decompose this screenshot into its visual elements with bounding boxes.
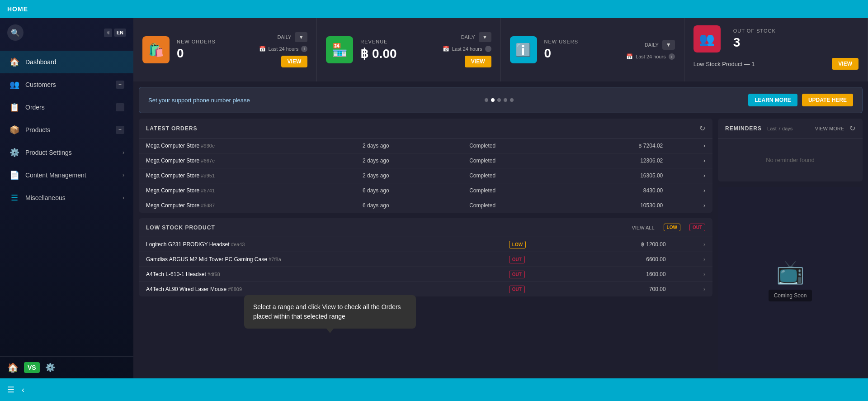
view-more-button[interactable]: VIEW MORE	[815, 126, 844, 131]
refresh-orders-button[interactable]: ↻	[699, 124, 705, 133]
date-range: 📅 Last 24 hours i	[259, 46, 308, 52]
lang-en-button[interactable]: EN	[114, 29, 126, 37]
sidebar-item-miscellaneous[interactable]: ☰ Miscellaneous ›	[0, 186, 133, 209]
stock-name: A4Tech AL90 Wired Laser Mouse #8809	[139, 282, 502, 297]
view-revenue-button[interactable]: VIEW	[465, 56, 491, 67]
sidebar-item-label: Orders	[25, 104, 45, 111]
order-time: 6 days ago	[355, 198, 462, 213]
table-row[interactable]: Mega Computer Store #6741 6 days ago Com…	[139, 183, 712, 198]
chevron-icon: ›	[670, 168, 712, 183]
refresh-reminders-button[interactable]: ↻	[849, 124, 855, 133]
stock-name: Logitech G231 PRODIGY Headset #ea43	[139, 237, 502, 252]
sidebar-item-products[interactable]: 📦 Products +	[0, 119, 133, 141]
menu-icon[interactable]: ☰	[7, 385, 14, 395]
back-icon[interactable]: ‹	[22, 385, 24, 395]
order-store: Mega Computer Store #d951	[139, 168, 355, 183]
stat-value-users: 0	[544, 46, 627, 61]
date-range-text: Last 24 hours	[269, 46, 299, 52]
coming-soon-panel: 📺 Coming Soon	[718, 187, 863, 373]
daily-dropdown-users-button[interactable]: ▼	[662, 40, 675, 50]
page-title: HOME	[7, 5, 28, 13]
stock-badge: OUT	[502, 267, 578, 282]
sidebar-item-content-management[interactable]: 📄 Content Management ›	[0, 164, 133, 186]
order-amount: 12306.02	[568, 153, 670, 168]
view-all-button[interactable]: VIEW ALL	[632, 225, 654, 230]
daily-dropdown-revenue-button[interactable]: ▼	[479, 32, 491, 42]
chevron-icon: ›	[670, 138, 712, 153]
order-store: Mega Computer Store #667e	[139, 153, 355, 168]
coming-soon-icon: 📺	[776, 259, 804, 285]
low-stock-card: LOW STOCK PRODUCT VIEW ALL LOW OUT Logit…	[139, 218, 712, 296]
main-layout: 🔍 বা EN 🏠 Dashboard 👥 Customers + 📋	[0, 18, 868, 378]
last-days-text: Last 7 days	[767, 126, 793, 131]
vs-badge[interactable]: VS	[24, 362, 40, 373]
sidebar-item-label: Dashboard	[25, 58, 57, 66]
stock-amount: 700.00	[578, 282, 673, 297]
stat-daily-row: DAILY ▼	[277, 32, 307, 42]
order-store: Mega Computer Store #6d87	[139, 198, 355, 213]
table-row[interactable]: Mega Computer Store #6d87 6 days ago Com…	[139, 198, 712, 213]
stat-card-outstock: 👥 OUT OF STOCK 3 Low Stock Product — 1 V…	[684, 18, 868, 81]
view-orders-button[interactable]: VIEW	[281, 56, 308, 67]
stock-name: A4Tech L-610-1 Headset #df68	[139, 267, 502, 282]
orders-table: Mega Computer Store #930e 2 days ago Com…	[139, 138, 712, 213]
orders-icon: 📋	[9, 102, 20, 112]
coming-soon-label: Coming Soon	[769, 290, 812, 301]
order-time: 2 days ago	[355, 153, 462, 168]
stat-daily-row-users: DAILY ▼	[645, 40, 675, 50]
order-amount: 16305.00	[568, 168, 670, 183]
stock-badge: OUT	[502, 282, 578, 297]
table-row[interactable]: Mega Computer Store #930e 2 days ago Com…	[139, 138, 712, 153]
list-item[interactable]: Logitech G231 PRODIGY Headset #ea43 LOW …	[139, 237, 712, 252]
sidebar-item-product-settings[interactable]: ⚙️ Product Settings ›	[0, 141, 133, 164]
tooltip: Select a range and click View to check a…	[244, 295, 416, 329]
daily-label-revenue: DAILY	[461, 34, 475, 40]
calendar-icon: 📅	[259, 46, 266, 52]
stock-amount: ฿ 1200.00	[578, 237, 673, 252]
order-status: Completed	[462, 168, 568, 183]
stock-name: Gamdias ARGUS M2 Mid Tower PC Gaming Cas…	[139, 252, 502, 267]
sidebar-item-label: Customers	[25, 81, 56, 88]
calendar-icon: 📅	[626, 53, 633, 60]
stat-daily-row-revenue: DAILY ▼	[461, 32, 491, 42]
dot-2	[491, 98, 495, 102]
order-time: 2 days ago	[355, 138, 462, 153]
date-range-users: 📅 Last 24 hours i	[626, 53, 675, 60]
chevron-right-icon: ›	[123, 195, 124, 201]
table-row[interactable]: Mega Computer Store #d951 2 days ago Com…	[139, 168, 712, 183]
daily-label: DAILY	[277, 34, 291, 40]
low-stock-title: LOW STOCK PRODUCT	[146, 224, 215, 231]
out-badge: OUT	[689, 224, 705, 231]
list-item[interactable]: A4Tech AL90 Wired Laser Mouse #8809 OUT …	[139, 282, 712, 297]
sidebar-header: 🔍 বা EN	[0, 18, 133, 47]
dot-1	[485, 98, 488, 102]
product-settings-icon: ⚙️	[9, 148, 20, 158]
lang-bn-button[interactable]: বা	[104, 29, 112, 37]
daily-dropdown-button[interactable]: ▼	[295, 32, 307, 42]
notice-text: Set your support phone number please	[148, 97, 250, 104]
calendar-icon: 📅	[443, 46, 449, 52]
notice-dots	[485, 98, 514, 102]
search-icon[interactable]: 🔍	[7, 24, 24, 41]
stat-value-orders: 0	[177, 46, 259, 61]
dot-5	[510, 98, 514, 102]
list-item[interactable]: A4Tech L-610-1 Headset #df68 OUT 1600.00…	[139, 267, 712, 282]
stock-badge: LOW	[502, 237, 578, 252]
stock-table: Logitech G231 PRODIGY Headset #ea43 LOW …	[139, 237, 712, 296]
gear-icon[interactable]: ⚙️	[45, 363, 55, 372]
home-bottom-icon[interactable]: 🏠	[7, 362, 19, 373]
list-item[interactable]: Gamdias ARGUS M2 Mid Tower PC Gaming Cas…	[139, 252, 712, 267]
date-range-text: Last 24 hours	[636, 54, 666, 59]
chevron-icon: ›	[670, 198, 712, 213]
order-store: Mega Computer Store #930e	[139, 138, 355, 153]
sidebar-item-label: Miscellaneous	[25, 194, 66, 201]
reminders-card: REMINDERS Last 7 days VIEW MORE ↻ No rem…	[718, 119, 863, 181]
sidebar-item-orders[interactable]: 📋 Orders +	[0, 96, 133, 119]
dot-4	[504, 98, 507, 102]
update-here-button[interactable]: UPDATE HERE	[802, 94, 853, 106]
table-row[interactable]: Mega Computer Store #667e 2 days ago Com…	[139, 153, 712, 168]
learn-more-button[interactable]: LEARN MORE	[748, 94, 797, 106]
view-outstock-button[interactable]: VIEW	[832, 58, 859, 70]
sidebar-item-dashboard[interactable]: 🏠 Dashboard	[0, 51, 133, 73]
sidebar-item-customers[interactable]: 👥 Customers +	[0, 73, 133, 96]
